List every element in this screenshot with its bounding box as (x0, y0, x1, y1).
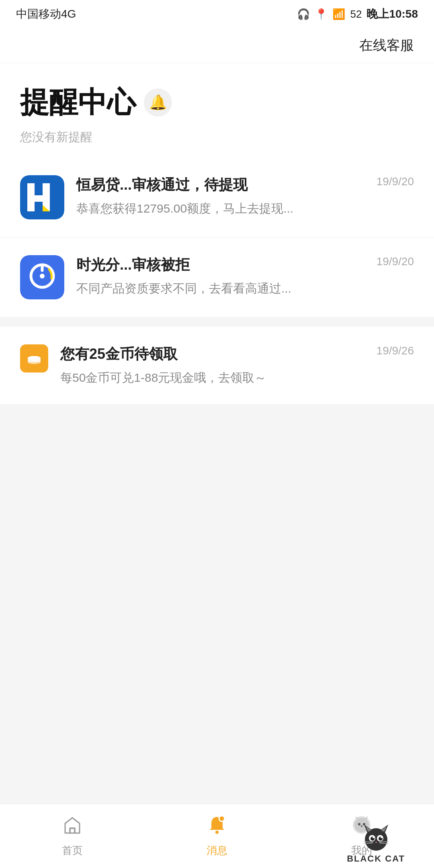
headphone-icon: 🎧 (297, 8, 310, 20)
hyd-app-icon (20, 175, 64, 219)
coin-notification-section[interactable]: 您有25金币待领取 19/9/26 每50金币可兑1-88元现金哦，去领取～ (0, 327, 434, 404)
home-icon (62, 815, 83, 840)
status-bar: 中国移动4G 🎧 📍 📶 52 晚上10:58 (0, 0, 434, 28)
time-label: 晚上10:58 (366, 6, 418, 22)
sgf-notif-body: 不同产品资质要求不同，去看看高通过... (76, 282, 291, 295)
bell-settings-icon: 🔔 (149, 94, 167, 111)
empty-content-area (0, 414, 434, 775)
carrier-label: 中国移动4G (16, 6, 76, 22)
black-cat-watermark: BLACK CAT (318, 803, 434, 868)
bell-settings-button[interactable]: 🔔 (144, 88, 172, 117)
svg-point-33 (381, 837, 382, 838)
notif-title-row: 恒易贷...审核通过，待提现 19/9/20 (76, 175, 414, 195)
hyd-notif-title: 恒易贷...审核通过，待提现 (76, 175, 368, 195)
no-new-reminder-label: 您没有新提醒 (20, 130, 92, 143)
sgf-app-icon (20, 255, 64, 299)
svg-point-15 (219, 816, 225, 821)
sgf-notif-title: 时光分...审核被拒 (76, 255, 368, 275)
svg-line-35 (364, 843, 373, 843)
svg-line-37 (379, 843, 388, 843)
coin-notification-content: 您有25金币待领取 19/9/26 每50金币可兑1-88元现金哦，去领取～ (60, 344, 414, 386)
header: 在线客服 (0, 28, 434, 63)
location-icon: 📍 (315, 8, 328, 20)
messages-label: 消息 (207, 843, 227, 858)
list-item[interactable]: 恒易贷...审核通过，待提现 19/9/20 恭喜您获得12795.00额度，马… (0, 158, 434, 237)
hyd-notif-body: 恭喜您获得12795.00额度，马上去提现... (76, 202, 293, 215)
signal-icons: 📶 (332, 8, 345, 20)
coin-notif-date: 19/9/26 (377, 344, 414, 357)
notification-section: 恒易贷...审核通过，待提现 19/9/20 恭喜您获得12795.00额度，马… (0, 158, 434, 317)
sgf-notification-content: 时光分...审核被拒 19/9/20 不同产品资质要求不同，去看看高通过... (76, 255, 414, 297)
coin-icon (20, 344, 48, 373)
nav-item-home[interactable]: 首页 (0, 807, 145, 866)
page-title-row: 提醒中心 🔔 (20, 83, 414, 122)
svg-point-7 (40, 274, 45, 278)
bell-active-icon (207, 815, 227, 840)
page-title-section: 提醒中心 🔔 您没有新提醒 (0, 63, 434, 158)
hyd-notification-content: 恒易贷...审核通过，待提现 19/9/20 恭喜您获得12795.00额度，马… (76, 175, 414, 217)
notif-title-row: 时光分...审核被拒 19/9/20 (76, 255, 414, 275)
svg-rect-13 (70, 828, 75, 833)
coin-notif-body: 每50金币可兑1-88元现金哦，去领取～ (60, 371, 266, 384)
hyd-notif-date: 19/9/20 (377, 175, 414, 188)
status-right: 🎧 📍 📶 52 晚上10:58 (297, 6, 418, 22)
online-service-link[interactable]: 在线客服 (359, 36, 414, 55)
svg-point-32 (373, 837, 374, 838)
coin-notif-title: 您有25金币待领取 (60, 344, 178, 364)
sgf-notif-date: 19/9/20 (377, 255, 414, 268)
svg-point-14 (215, 831, 219, 834)
coin-title-row: 您有25金币待领取 19/9/26 (60, 344, 414, 364)
list-item[interactable]: 时光分...审核被拒 19/9/20 不同产品资质要求不同，去看看高通过... (0, 237, 434, 317)
svg-point-12 (28, 356, 41, 360)
home-label: 首页 (62, 843, 83, 858)
page-title: 提醒中心 (20, 83, 136, 122)
battery-label: 52 (350, 8, 362, 20)
nav-item-messages[interactable]: 消息 (145, 807, 289, 866)
black-cat-label: BLACK CAT (347, 854, 405, 864)
